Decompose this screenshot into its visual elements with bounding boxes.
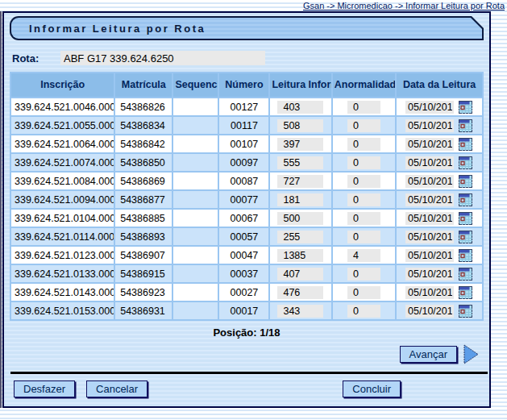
cell-inscricao: 339.624.521.0046.000: [10, 98, 114, 116]
table-row: 339.624.521.0114.000 54386893 00057: [10, 227, 483, 246]
col-header-matricula: Matrícula: [114, 73, 172, 98]
leitura-informada-input[interactable]: [277, 101, 323, 114]
anormalidade-input[interactable]: [347, 231, 380, 243]
rota-label: Rota:: [12, 52, 60, 64]
concluir-button[interactable]: Concluir: [343, 380, 401, 397]
page-title: Informar Leitura por Rota: [11, 18, 482, 39]
cell-sequencial: [172, 301, 218, 320]
calendar-button[interactable]: [458, 156, 473, 170]
calendar-icon: [459, 268, 472, 281]
anormalidade-input[interactable]: [347, 119, 380, 132]
col-header-inscricao: Inscrição: [10, 73, 114, 98]
desfazer-button[interactable]: Desfazer: [14, 380, 75, 397]
calendar-button[interactable]: [458, 211, 473, 226]
calendar-button[interactable]: [458, 100, 473, 114]
table-row: 339.624.521.0133.000 54386915 00037: [10, 264, 483, 283]
leitura-informada-input[interactable]: [277, 212, 323, 225]
leitura-informada-input[interactable]: [277, 175, 323, 188]
cell-matricula: 54386842: [114, 135, 172, 153]
cell-numero: 00087: [218, 172, 269, 190]
window-edge: [0, 11, 2, 408]
data-leitura-input[interactable]: [405, 268, 454, 281]
calendar-button[interactable]: [458, 137, 473, 152]
anormalidade-input[interactable]: [347, 268, 380, 281]
leitura-informada-input[interactable]: [277, 119, 323, 132]
table-row: 339.624.521.0153.000 54386931 00017: [10, 301, 483, 320]
calendar-icon: [459, 305, 472, 318]
calendar-button[interactable]: [458, 119, 473, 133]
cell-sequencial: [172, 246, 218, 264]
anormalidade-input[interactable]: [347, 193, 380, 206]
col-header-anormalidade: Anormalidade: [332, 73, 396, 98]
anormalidade-input[interactable]: [347, 138, 380, 151]
calendar-button[interactable]: [458, 267, 473, 281]
data-leitura-input[interactable]: [405, 249, 454, 262]
calendar-button[interactable]: [458, 193, 473, 207]
leitura-informada-input[interactable]: [277, 193, 323, 206]
table-header-row: Inscrição Matrícula Sequencial de Rota N…: [10, 73, 483, 98]
data-leitura-input[interactable]: [405, 193, 454, 206]
calendar-button[interactable]: [458, 304, 473, 318]
calendar-button[interactable]: [458, 230, 473, 244]
cell-inscricao: 339.624.521.0074.000: [10, 153, 114, 172]
calendar-icon: [459, 138, 472, 151]
col-header-numero: Número: [218, 73, 269, 98]
cell-sequencial: [172, 172, 218, 190]
cell-numero: 00037: [218, 264, 269, 283]
cell-numero: 00057: [218, 227, 269, 246]
leitura-informada-input[interactable]: [277, 156, 323, 169]
cell-inscricao: 339.624.521.0094.000: [10, 190, 114, 209]
cell-numero: 00067: [218, 209, 269, 227]
leitura-informada-input[interactable]: [277, 286, 323, 299]
divider: [10, 372, 488, 374]
data-leitura-input[interactable]: [405, 305, 454, 318]
anormalidade-input[interactable]: [347, 212, 380, 225]
data-leitura-input[interactable]: [405, 101, 454, 114]
leitura-informada-input[interactable]: [277, 249, 323, 262]
data-leitura-input[interactable]: [405, 212, 454, 225]
anormalidade-input[interactable]: [347, 249, 380, 262]
data-leitura-input[interactable]: [405, 231, 454, 243]
breadcrumb[interactable]: Gsan -> Micromedicao -> Informar Leitura…: [303, 1, 505, 10]
cell-inscricao: 339.624.521.0104.000: [10, 209, 114, 227]
cell-numero: 00047: [218, 246, 269, 264]
leitura-informada-input[interactable]: [277, 138, 323, 151]
cell-matricula: 54386826: [114, 98, 172, 116]
cell-inscricao: 339.624.521.0064.000: [10, 135, 114, 153]
anormalidade-input[interactable]: [347, 156, 380, 169]
cell-inscricao: 339.624.521.0123.000: [10, 246, 114, 264]
data-leitura-input[interactable]: [405, 119, 454, 132]
leitura-informada-input[interactable]: [277, 305, 323, 318]
calendar-icon: [459, 101, 472, 114]
avancar-button[interactable]: Avançar: [400, 346, 457, 363]
anormalidade-input[interactable]: [347, 175, 380, 188]
cell-numero: 00027: [218, 283, 269, 301]
cell-matricula: 54386893: [114, 227, 172, 246]
cancelar-button[interactable]: Cancelar: [86, 380, 148, 397]
leitura-informada-input[interactable]: [277, 268, 323, 281]
calendar-icon: [459, 119, 472, 132]
data-leitura-input[interactable]: [405, 286, 454, 299]
cell-numero: 00077: [218, 190, 269, 209]
cell-matricula: 54386931: [114, 301, 172, 320]
calendar-button[interactable]: [458, 285, 473, 300]
calendar-button[interactable]: [458, 174, 473, 189]
data-leitura-input[interactable]: [405, 156, 454, 169]
page-title-bar: Informar Leitura por Rota: [10, 16, 484, 40]
calendar-icon: [459, 249, 472, 262]
cell-matricula: 54386850: [114, 153, 172, 172]
cell-sequencial: [172, 283, 218, 301]
leitura-informada-input[interactable]: [277, 231, 323, 243]
cell-numero: 00017: [218, 301, 269, 320]
calendar-button[interactable]: [458, 248, 473, 263]
arrow-right-icon[interactable]: [463, 344, 480, 364]
data-leitura-input[interactable]: [405, 138, 454, 151]
anormalidade-input[interactable]: [347, 286, 380, 299]
rota-input[interactable]: [60, 51, 265, 65]
anormalidade-input[interactable]: [347, 101, 380, 114]
anormalidade-input[interactable]: [347, 305, 380, 318]
data-leitura-input[interactable]: [405, 175, 454, 188]
calendar-icon: [459, 212, 472, 225]
cell-sequencial: [172, 227, 218, 246]
calendar-icon: [459, 156, 472, 169]
